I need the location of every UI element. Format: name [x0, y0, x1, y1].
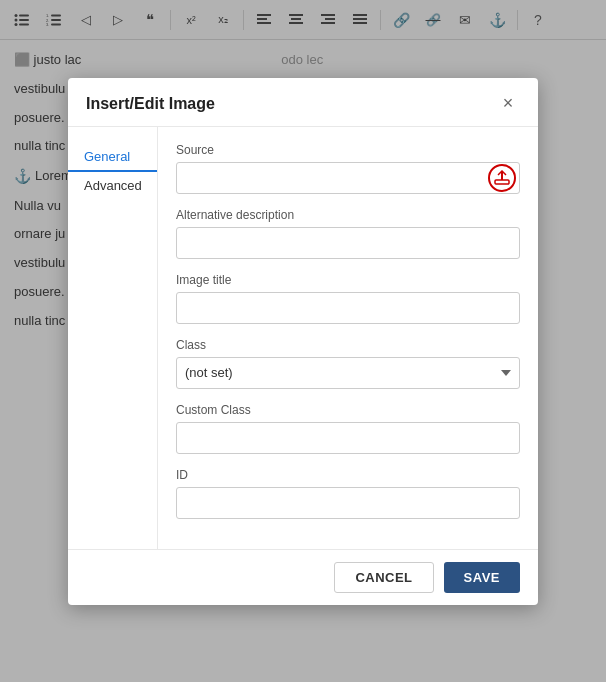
id-group: ID: [176, 468, 520, 519]
modal-body: General Advanced Source: [68, 127, 538, 549]
modal-footer: CANCEL SAVE: [68, 549, 538, 605]
save-button[interactable]: SAVE: [444, 562, 520, 593]
image-title-input[interactable]: [176, 292, 520, 324]
source-label: Source: [176, 143, 520, 157]
custom-class-group: Custom Class: [176, 403, 520, 454]
modal-overlay: Insert/Edit Image × General Advanced Sou…: [0, 0, 606, 682]
image-title-label: Image title: [176, 273, 520, 287]
cancel-button[interactable]: CANCEL: [334, 562, 433, 593]
modal-header: Insert/Edit Image ×: [68, 78, 538, 127]
modal-close-button[interactable]: ×: [496, 92, 520, 116]
custom-class-input[interactable]: [176, 422, 520, 454]
class-group: Class (not set) img-fluid img-thumbnail …: [176, 338, 520, 389]
alt-description-label: Alternative description: [176, 208, 520, 222]
insert-edit-image-modal: Insert/Edit Image × General Advanced Sou…: [68, 78, 538, 605]
source-input[interactable]: [176, 162, 520, 194]
modal-form-content: Source Alternative d: [158, 127, 538, 549]
class-select[interactable]: (not set) img-fluid img-thumbnail rounde…: [176, 357, 520, 389]
modal-title: Insert/Edit Image: [86, 95, 215, 113]
svg-rect-24: [495, 180, 509, 184]
id-input[interactable]: [176, 487, 520, 519]
id-label: ID: [176, 468, 520, 482]
custom-class-label: Custom Class: [176, 403, 520, 417]
alt-description-group: Alternative description: [176, 208, 520, 259]
modal-sidebar: General Advanced: [68, 127, 158, 549]
tab-general[interactable]: General: [68, 143, 157, 172]
source-upload-button[interactable]: [488, 164, 516, 192]
class-label: Class: [176, 338, 520, 352]
tab-advanced[interactable]: Advanced: [68, 172, 157, 199]
alt-description-input[interactable]: [176, 227, 520, 259]
image-title-group: Image title: [176, 273, 520, 324]
source-group: Source: [176, 143, 520, 194]
source-input-wrapper: [176, 162, 520, 194]
